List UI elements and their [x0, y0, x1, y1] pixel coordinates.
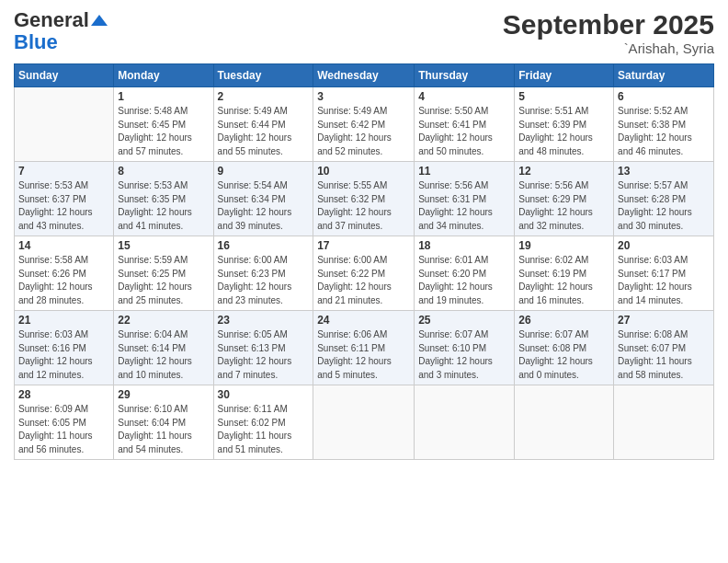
day-info: Sunrise: 5:56 AM Sunset: 6:31 PM Dayligh…: [418, 179, 510, 233]
col-friday: Friday: [515, 64, 614, 87]
table-row: 18Sunrise: 6:01 AM Sunset: 6:20 PM Dayli…: [415, 236, 515, 311]
day-number: 9: [218, 165, 310, 178]
day-info: Sunrise: 5:50 AM Sunset: 6:41 PM Dayligh…: [418, 105, 510, 158]
table-row: 6Sunrise: 5:52 AM Sunset: 6:38 PM Daylig…: [614, 87, 714, 162]
day-number: 12: [518, 165, 609, 178]
day-info: Sunrise: 5:49 AM Sunset: 6:42 PM Dayligh…: [317, 105, 410, 158]
day-info: Sunrise: 6:07 AM Sunset: 6:10 PM Dayligh…: [418, 328, 510, 382]
calendar-week-row: 21Sunrise: 6:03 AM Sunset: 6:16 PM Dayli…: [15, 311, 714, 385]
day-info: Sunrise: 5:48 AM Sunset: 6:45 PM Dayligh…: [118, 105, 209, 158]
table-row: 17Sunrise: 6:00 AM Sunset: 6:22 PM Dayli…: [313, 236, 415, 311]
table-row: 8Sunrise: 5:53 AM Sunset: 6:35 PM Daylig…: [114, 162, 213, 236]
calendar-week-row: 1Sunrise: 5:48 AM Sunset: 6:45 PM Daylig…: [15, 87, 714, 162]
table-row: [415, 385, 515, 460]
day-number: 3: [317, 90, 410, 103]
table-row: 24Sunrise: 6:06 AM Sunset: 6:11 PM Dayli…: [313, 311, 415, 385]
day-number: 6: [618, 90, 710, 103]
day-number: 18: [418, 239, 510, 252]
day-info: Sunrise: 6:11 AM Sunset: 6:02 PM Dayligh…: [218, 403, 310, 456]
day-info: Sunrise: 6:10 AM Sunset: 6:04 PM Dayligh…: [118, 403, 209, 456]
calendar-week-row: 28Sunrise: 6:09 AM Sunset: 6:05 PM Dayli…: [15, 385, 714, 460]
table-row: 21Sunrise: 6:03 AM Sunset: 6:16 PM Dayli…: [15, 311, 114, 385]
calendar-header-row: Sunday Monday Tuesday Wednesday Thursday…: [15, 64, 714, 87]
table-row: 9Sunrise: 5:54 AM Sunset: 6:34 PM Daylig…: [213, 162, 313, 236]
table-row: 14Sunrise: 5:58 AM Sunset: 6:26 PM Dayli…: [15, 236, 114, 311]
table-row: [614, 385, 714, 460]
day-number: 1: [118, 90, 209, 103]
day-info: Sunrise: 5:55 AM Sunset: 6:32 PM Dayligh…: [317, 179, 410, 233]
col-sunday: Sunday: [15, 64, 114, 87]
table-row: 27Sunrise: 6:08 AM Sunset: 6:07 PM Dayli…: [614, 311, 714, 385]
table-row: 13Sunrise: 5:57 AM Sunset: 6:28 PM Dayli…: [614, 162, 714, 236]
table-row: 22Sunrise: 6:04 AM Sunset: 6:14 PM Dayli…: [114, 311, 213, 385]
day-number: 23: [218, 314, 310, 327]
calendar-title: September 2025: [503, 9, 714, 40]
day-number: 13: [618, 165, 710, 178]
day-number: 4: [418, 90, 510, 103]
day-number: 28: [18, 388, 109, 401]
day-info: Sunrise: 5:56 AM Sunset: 6:29 PM Dayligh…: [518, 179, 609, 233]
table-row: 23Sunrise: 6:05 AM Sunset: 6:13 PM Dayli…: [213, 311, 313, 385]
day-number: 27: [618, 314, 710, 327]
table-row: 25Sunrise: 6:07 AM Sunset: 6:10 PM Dayli…: [415, 311, 515, 385]
page: General Blue September 2025 `Arishah, Sy…: [0, 0, 728, 563]
calendar-week-row: 7Sunrise: 5:53 AM Sunset: 6:37 PM Daylig…: [15, 162, 714, 236]
day-info: Sunrise: 6:07 AM Sunset: 6:08 PM Dayligh…: [518, 328, 609, 382]
day-info: Sunrise: 5:53 AM Sunset: 6:35 PM Dayligh…: [118, 179, 209, 233]
table-row: 28Sunrise: 6:09 AM Sunset: 6:05 PM Dayli…: [15, 385, 114, 460]
day-number: 16: [218, 239, 310, 252]
day-number: 25: [418, 314, 510, 327]
logo-icon: [91, 15, 108, 26]
table-row: 29Sunrise: 6:10 AM Sunset: 6:04 PM Dayli…: [114, 385, 213, 460]
day-number: 24: [317, 314, 410, 327]
day-number: 26: [518, 314, 609, 327]
col-saturday: Saturday: [614, 64, 714, 87]
col-tuesday: Tuesday: [213, 64, 313, 87]
calendar-week-row: 14Sunrise: 5:58 AM Sunset: 6:26 PM Dayli…: [15, 236, 714, 311]
day-number: 14: [18, 239, 109, 252]
table-row: [515, 385, 614, 460]
table-row: 4Sunrise: 5:50 AM Sunset: 6:41 PM Daylig…: [415, 87, 515, 162]
day-number: 2: [218, 90, 310, 103]
day-number: 17: [317, 239, 410, 252]
table-row: 20Sunrise: 6:03 AM Sunset: 6:17 PM Dayli…: [614, 236, 714, 311]
col-monday: Monday: [114, 64, 213, 87]
logo-blue: Blue: [14, 31, 58, 53]
day-number: 20: [618, 239, 710, 252]
table-row: 1Sunrise: 5:48 AM Sunset: 6:45 PM Daylig…: [114, 87, 213, 162]
table-row: 15Sunrise: 5:59 AM Sunset: 6:25 PM Dayli…: [114, 236, 213, 311]
day-info: Sunrise: 5:51 AM Sunset: 6:39 PM Dayligh…: [518, 105, 609, 158]
table-row: 2Sunrise: 5:49 AM Sunset: 6:44 PM Daylig…: [213, 87, 313, 162]
table-row: 11Sunrise: 5:56 AM Sunset: 6:31 PM Dayli…: [415, 162, 515, 236]
day-info: Sunrise: 6:01 AM Sunset: 6:20 PM Dayligh…: [418, 254, 510, 307]
logo-general: General: [14, 9, 89, 31]
table-row: 30Sunrise: 6:11 AM Sunset: 6:02 PM Dayli…: [213, 385, 313, 460]
day-number: 29: [118, 388, 209, 401]
day-number: 21: [18, 314, 109, 327]
day-info: Sunrise: 5:54 AM Sunset: 6:34 PM Dayligh…: [218, 179, 310, 233]
table-row: 3Sunrise: 5:49 AM Sunset: 6:42 PM Daylig…: [313, 87, 415, 162]
day-number: 5: [518, 90, 609, 103]
table-row: [15, 87, 114, 162]
table-row: 7Sunrise: 5:53 AM Sunset: 6:37 PM Daylig…: [15, 162, 114, 236]
svg-marker-0: [91, 15, 108, 26]
day-info: Sunrise: 6:03 AM Sunset: 6:16 PM Dayligh…: [18, 328, 109, 382]
day-number: 8: [118, 165, 209, 178]
day-info: Sunrise: 6:03 AM Sunset: 6:17 PM Dayligh…: [618, 254, 710, 307]
day-info: Sunrise: 6:02 AM Sunset: 6:19 PM Dayligh…: [518, 254, 609, 307]
day-number: 30: [218, 388, 310, 401]
day-info: Sunrise: 6:05 AM Sunset: 6:13 PM Dayligh…: [218, 328, 310, 382]
day-info: Sunrise: 6:00 AM Sunset: 6:22 PM Dayligh…: [317, 254, 410, 307]
calendar-table: Sunday Monday Tuesday Wednesday Thursday…: [14, 63, 714, 460]
day-number: 22: [118, 314, 209, 327]
logo: General Blue: [14, 9, 108, 53]
col-wednesday: Wednesday: [313, 64, 415, 87]
table-row: 12Sunrise: 5:56 AM Sunset: 6:29 PM Dayli…: [515, 162, 614, 236]
table-row: 26Sunrise: 6:07 AM Sunset: 6:08 PM Dayli…: [515, 311, 614, 385]
day-info: Sunrise: 5:53 AM Sunset: 6:37 PM Dayligh…: [18, 179, 109, 233]
table-row: 19Sunrise: 6:02 AM Sunset: 6:19 PM Dayli…: [515, 236, 614, 311]
day-info: Sunrise: 5:58 AM Sunset: 6:26 PM Dayligh…: [18, 254, 109, 307]
day-number: 11: [418, 165, 510, 178]
table-row: 5Sunrise: 5:51 AM Sunset: 6:39 PM Daylig…: [515, 87, 614, 162]
title-block: September 2025 `Arishah, Syria: [503, 9, 714, 56]
